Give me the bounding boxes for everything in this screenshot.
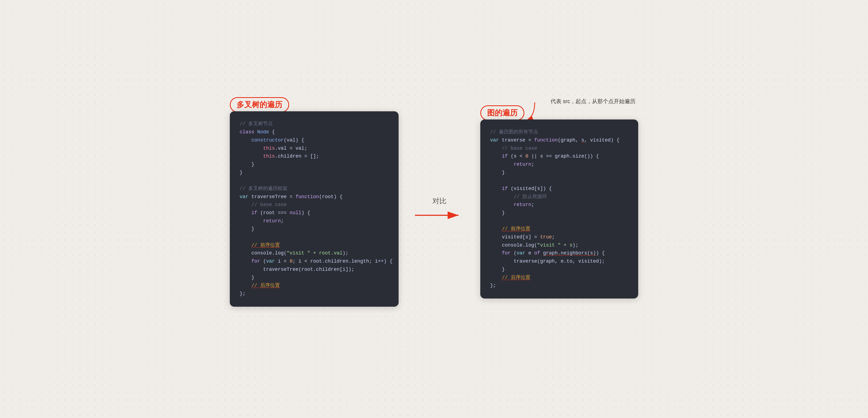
right-line-2: var traverse = function(graph, s, visite… bbox=[490, 137, 619, 143]
left-blank-1 bbox=[240, 178, 243, 183]
main-container: 多叉树的遍历 // 多叉树节点 class Node { constructor… bbox=[230, 111, 638, 307]
right-line-15: traverse(graph, e.to, visited); bbox=[490, 259, 605, 264]
right-line-1: // 遍历图的所有节点 bbox=[490, 129, 538, 135]
right-panel-title: 图的遍历 bbox=[480, 105, 524, 121]
left-panel-wrapper: 多叉树的遍历 // 多叉树节点 class Node { constructor… bbox=[230, 111, 399, 307]
compare-text: 对比 bbox=[432, 196, 446, 206]
right-line-6: } bbox=[490, 170, 505, 175]
left-line-11: if (root === null) { bbox=[240, 210, 310, 216]
right-blank-2 bbox=[490, 218, 493, 224]
right-blank-1 bbox=[490, 178, 493, 183]
right-line-13: console.log("visit " + s); bbox=[490, 243, 578, 248]
right-line-3: // base case bbox=[490, 146, 537, 151]
compare-arrow bbox=[415, 208, 464, 222]
right-code-block: // 遍历图的所有节点 var traverse = function(grap… bbox=[490, 128, 628, 290]
right-line-17: // 后序位置 bbox=[490, 275, 530, 280]
right-panel-wrapper: 图的遍历 代表 src，起点，从那个点开始遍历 // 遍历图的所有节点 var … bbox=[480, 120, 638, 298]
left-line-5: this.children = []; bbox=[240, 154, 319, 159]
right-line-10: } bbox=[490, 210, 505, 216]
left-line-2: class Node { bbox=[240, 129, 275, 135]
left-line-3: constructor(val) { bbox=[240, 137, 304, 143]
right-line-4: if (s < 0 || s >= graph.size()) { bbox=[490, 154, 599, 159]
right-line-14: for (var e of graph.neighbors(s)) { bbox=[490, 250, 605, 256]
left-line-16: for (var i = 0; i < root.children.length… bbox=[240, 259, 393, 264]
right-code-panel: // 遍历图的所有节点 var traverse = function(grap… bbox=[480, 120, 638, 298]
right-line-8: // 防止死循环 bbox=[490, 194, 547, 199]
right-line-12: visited[s] = true; bbox=[490, 234, 555, 240]
left-line-17: traverseTree(root.children[i]); bbox=[240, 267, 354, 272]
left-line-19: // 后序位置 bbox=[240, 283, 280, 288]
left-line-8: // 多叉树的遍历框架 bbox=[240, 186, 287, 191]
left-line-13: } bbox=[240, 226, 254, 232]
right-annotation: 代表 src，起点，从那个点开始遍历 bbox=[551, 98, 636, 105]
left-line-12: return; bbox=[240, 218, 284, 224]
right-line-9: return; bbox=[490, 202, 534, 207]
left-line-20: }; bbox=[240, 291, 246, 296]
right-line-11: // 前序位置 bbox=[490, 226, 530, 232]
left-line-9: var traverseTree = function(root) { bbox=[240, 194, 343, 199]
left-line-15: console.log("visit " + root.val); bbox=[240, 250, 348, 256]
right-line-5: return; bbox=[490, 162, 534, 167]
right-line-18: }; bbox=[490, 283, 496, 288]
right-line-16: } bbox=[490, 267, 505, 272]
compare-section: 对比 bbox=[415, 196, 464, 222]
right-line-7: if (visited[s]) { bbox=[490, 186, 552, 191]
left-code-block: // 多叉树节点 class Node { constructor(val) {… bbox=[240, 120, 389, 298]
left-blank-2 bbox=[240, 234, 243, 240]
left-line-10: // base case bbox=[240, 202, 287, 207]
left-line-1: // 多叉树节点 bbox=[240, 121, 273, 127]
left-code-panel: // 多叉树节点 class Node { constructor(val) {… bbox=[230, 111, 399, 307]
left-line-14: // 前序位置 bbox=[240, 243, 280, 248]
left-line-4: this.val = val; bbox=[240, 146, 307, 151]
left-line-18: } bbox=[240, 275, 254, 280]
left-line-7: } bbox=[240, 170, 243, 175]
left-panel-title: 多叉树的遍历 bbox=[230, 97, 289, 112]
left-line-6: } bbox=[240, 162, 254, 167]
